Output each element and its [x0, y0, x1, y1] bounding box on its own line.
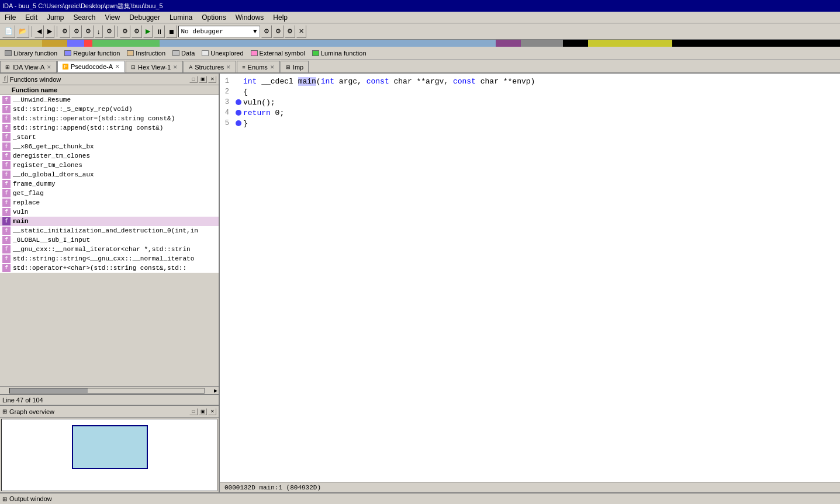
toolbar-btn4[interactable]: ↓: [95, 25, 103, 38]
functions-maximize[interactable]: ▣: [199, 76, 207, 83]
toolbar-btn6[interactable]: ⚙: [120, 25, 130, 38]
func-item[interactable]: f__Unwind_Resume: [0, 95, 219, 105]
tab-structures[interactable]: A Structures ✕: [184, 61, 236, 72]
func-item[interactable]: fvuln: [0, 207, 219, 217]
menu-item-file[interactable]: File: [0, 12, 20, 23]
func-item[interactable]: fstd::operator+<char>(std::string const&…: [0, 263, 219, 273]
menu-item-help[interactable]: Help: [268, 12, 292, 23]
menu-item-options[interactable]: Options: [197, 12, 230, 23]
toolbar-dbg3[interactable]: ⚙: [285, 25, 295, 38]
func-item[interactable]: fmain: [0, 217, 219, 226]
toolbar-run[interactable]: ▶: [143, 25, 153, 38]
code-line[interactable]: 2{: [220, 86, 840, 97]
menu-item-edit[interactable]: Edit: [20, 12, 42, 23]
tab-hex-view[interactable]: ⊡ Hex View-1 ✕: [126, 61, 183, 72]
functions-icon: f: [2, 75, 8, 83]
functions-close[interactable]: ✕: [208, 76, 216, 83]
menu-item-view[interactable]: View: [100, 12, 125, 23]
legend-lumina: Lumina function: [312, 50, 367, 57]
legend-regular-color: [64, 50, 71, 56]
debugger-selector[interactable]: No debugger ▼: [178, 26, 260, 37]
legend-library-label: Library function: [13, 50, 57, 57]
legend-library-color: [5, 50, 12, 56]
legend-external-label: External symbol: [260, 50, 305, 57]
tab-pseudocode[interactable]: F Pseudocode-A ✕: [57, 61, 125, 72]
legend-instruction: Instruction: [127, 50, 165, 57]
func-hscrollbar[interactable]: [9, 388, 205, 394]
code-line[interactable]: 5}: [220, 118, 840, 128]
toolbar-btn1[interactable]: ⚙: [60, 25, 70, 38]
func-item-name: vuln: [13, 208, 28, 215]
tab-ida-view[interactable]: ⊞ IDA View-A ✕: [0, 61, 57, 72]
toolbar-dbg1[interactable]: ⚙: [261, 25, 272, 38]
tab-pseudocode-close[interactable]: ✕: [115, 64, 120, 69]
legend-unexplored: Unexplored: [202, 50, 243, 57]
toolbar-forward[interactable]: ▶: [45, 25, 54, 38]
toolbar-open[interactable]: 📂: [16, 25, 29, 38]
graph-restore[interactable]: □: [189, 408, 198, 415]
graph-close[interactable]: ✕: [208, 408, 216, 415]
legend-instruction-color: [127, 50, 134, 56]
tab-imp[interactable]: ⊞ Imp: [281, 61, 309, 72]
func-item-name: main: [13, 218, 28, 225]
func-scroll-right[interactable]: ▶: [214, 387, 219, 394]
func-item[interactable]: f__static_initialization_and_destruction…: [0, 226, 219, 235]
tab-enums-close[interactable]: ✕: [270, 64, 275, 70]
func-item-icon: f: [2, 96, 11, 104]
toolbar-btn2[interactable]: ⚙: [71, 25, 82, 38]
menu-item-lumina[interactable]: Lumina: [165, 12, 197, 23]
nav-band[interactable]: [0, 40, 840, 47]
func-hscrollthumb[interactable]: [10, 388, 88, 393]
func-item[interactable]: f__do_global_dtors_aux: [0, 170, 219, 179]
func-item-icon: f: [2, 236, 11, 244]
code-status-bar: 0000132D main:1 (804932D): [220, 482, 840, 492]
toolbar-btn7[interactable]: ⚙: [132, 25, 142, 38]
graph-overview-title: ⊞ Graph overview: [2, 408, 54, 415]
tab-hex-view-close[interactable]: ✕: [173, 64, 178, 70]
tab-ida-view-close[interactable]: ✕: [47, 64, 51, 70]
func-item[interactable]: f_GLOBAL__sub_I_input: [0, 235, 219, 245]
tab-structures-close[interactable]: ✕: [226, 64, 231, 70]
func-item[interactable]: f__gnu_cxx::__normal_iterator<char *,std…: [0, 245, 219, 254]
func-item[interactable]: fstd::string::_S_empty_rep(void): [0, 105, 219, 114]
menu-item-search[interactable]: Search: [68, 12, 100, 23]
toolbar-pause[interactable]: ⏸: [154, 25, 165, 38]
functions-restore[interactable]: □: [189, 76, 198, 83]
func-item-name: __Unwind_Resume: [13, 96, 71, 103]
func-item[interactable]: fstd::string::string<__gnu_cxx::__normal…: [0, 254, 219, 263]
func-item[interactable]: fderegister_tm_clones: [0, 151, 219, 161]
func-item[interactable]: freplace: [0, 198, 219, 207]
func-item[interactable]: f__x86_get_pc_thunk_bx: [0, 142, 219, 151]
toolbar-dbg2[interactable]: ⚙: [273, 25, 284, 38]
func-item[interactable]: fregister_tm_clones: [0, 161, 219, 170]
menu-item-windows[interactable]: Windows: [231, 12, 269, 23]
tab-enums[interactable]: ≡ Enums ✕: [237, 61, 280, 72]
func-item-name: std::string::string<__gnu_cxx::__normal_…: [13, 255, 194, 262]
func-item[interactable]: f_start: [0, 133, 219, 142]
nav-seg-6: [160, 40, 496, 47]
func-hscroll[interactable]: ▶: [0, 386, 219, 394]
tab-hex-view-label: Hex View-1: [138, 64, 171, 71]
toolbar-btn3[interactable]: ⚙: [83, 25, 94, 38]
toolbar-stop[interactable]: ⏹: [166, 25, 177, 38]
code-area[interactable]: 1int __cdecl main(int argc, const char *…: [220, 74, 840, 482]
toolbar-back[interactable]: ◀: [34, 25, 44, 38]
graph-maximize[interactable]: ▣: [199, 408, 207, 415]
func-item[interactable]: fstd::string::operator=(std::string cons…: [0, 114, 219, 123]
func-item[interactable]: fstd::string::append(std::string const&): [0, 123, 219, 133]
func-item[interactable]: fget_flag: [0, 189, 219, 198]
code-line[interactable]: 1int __cdecl main(int argc, const char *…: [220, 76, 840, 86]
func-item[interactable]: fframe_dummy: [0, 179, 219, 189]
toolbar-dbg4[interactable]: ✕: [296, 25, 306, 38]
toolbar-new[interactable]: 📄: [2, 25, 15, 38]
graph-canvas[interactable]: [1, 419, 217, 491]
legend-library: Library function: [5, 50, 57, 57]
code-line[interactable]: 3 vuln();: [220, 97, 840, 107]
menu-item-debugger[interactable]: Debugger: [125, 12, 165, 23]
functions-titlebar: f Functions window □ ▣ ✕: [0, 74, 219, 85]
toolbar-btn5[interactable]: ⚙: [104, 25, 115, 38]
menu-item-jump[interactable]: Jump: [42, 12, 68, 23]
func-list-wrapper[interactable]: f__Unwind_Resumefstd::string::_S_empty_r…: [0, 95, 219, 386]
code-line[interactable]: 4 return 0;: [220, 107, 840, 118]
func-item-icon: f: [2, 245, 11, 253]
